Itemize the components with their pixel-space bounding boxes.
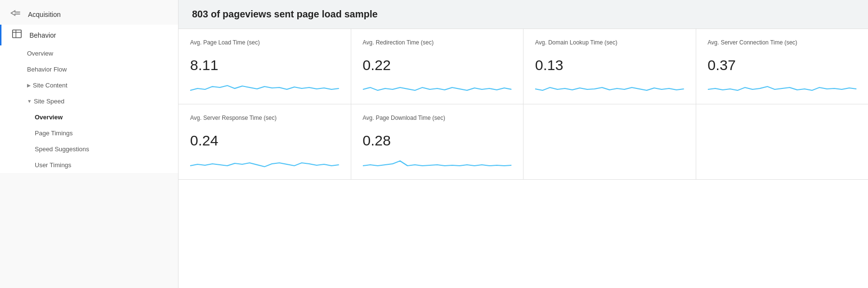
metric-label-avg-page-load: Avg. Page Load Time (sec) xyxy=(190,39,339,54)
metric-label-avg-server-response: Avg. Server Response Time (sec) xyxy=(190,114,339,130)
sidebar-item-behavior-flow[interactable]: Behavior Flow xyxy=(27,61,178,77)
svg-rect-0 xyxy=(13,30,21,38)
metric-label-avg-domain-lookup: Avg. Domain Lookup Time (sec) xyxy=(535,39,684,54)
metric-empty-2 xyxy=(696,104,868,179)
metric-value-avg-server-connection: 0.37 xyxy=(708,57,857,73)
metrics-container: Avg. Page Load Time (sec) 8.11 Avg. Redi… xyxy=(179,29,868,288)
metric-value-avg-domain-lookup: 0.13 xyxy=(535,57,684,73)
site-speed-label: Site Speed xyxy=(34,98,65,105)
metric-value-avg-page-download: 0.28 xyxy=(363,132,512,148)
sidebar-item-ss-overview[interactable]: Overview xyxy=(35,109,178,125)
sidebar-item-label-acquisition: Acquisition xyxy=(28,11,61,18)
sidebar-item-speed-suggestions[interactable]: Speed Suggestions xyxy=(35,141,178,157)
metric-avg-server-response: Avg. Server Response Time (sec) 0.24 xyxy=(179,104,351,179)
metric-value-avg-server-response: 0.24 xyxy=(190,132,339,148)
sidebar-item-site-speed[interactable]: ▼ Site Speed xyxy=(27,93,178,109)
sidebar-section-behavior: Behavior Overview Behavior Flow ▶ Site C… xyxy=(0,25,178,173)
sparkline-avg-redirection xyxy=(363,77,512,96)
main-content: 803 of pageviews sent page load sample A… xyxy=(179,0,868,288)
behavior-icon xyxy=(11,29,23,41)
metric-label-avg-page-download: Avg. Page Download Time (sec) xyxy=(363,114,512,130)
site-speed-subnav: Overview Page Timings Speed Suggestions … xyxy=(27,109,178,173)
metric-label-avg-redirection: Avg. Redirection Time (sec) xyxy=(363,39,512,54)
metrics-row-2: Avg. Server Response Time (sec) 0.24 Avg… xyxy=(179,104,868,180)
metric-avg-redirection: Avg. Redirection Time (sec) 0.22 xyxy=(351,29,524,104)
behavior-subnav: Overview Behavior Flow ▶ Site Content ▼ … xyxy=(0,45,178,173)
sidebar-item-site-content[interactable]: ▶ Site Content xyxy=(27,77,178,93)
site-content-label: Site Content xyxy=(33,82,68,89)
sidebar-item-user-timings[interactable]: User Timings xyxy=(35,157,178,173)
metric-avg-page-download: Avg. Page Download Time (sec) 0.28 xyxy=(351,104,524,179)
sidebar: Acquisition Behavior Overview Behavior F… xyxy=(0,0,179,288)
sidebar-item-behavior-overview[interactable]: Overview xyxy=(27,45,178,61)
sidebar-item-behavior[interactable]: Behavior xyxy=(0,25,178,45)
metrics-row-1: Avg. Page Load Time (sec) 8.11 Avg. Redi… xyxy=(179,29,868,104)
sparkline-avg-page-download xyxy=(363,152,512,172)
sidebar-item-label-behavior: Behavior xyxy=(29,31,56,39)
sparkline-avg-page-load xyxy=(190,77,339,96)
sidebar-item-page-timings[interactable]: Page Timings xyxy=(35,125,178,141)
chevron-down-icon: ▼ xyxy=(27,99,32,104)
metric-empty-1 xyxy=(524,104,696,179)
metric-value-avg-page-load: 8.11 xyxy=(190,57,339,73)
sparkline-avg-server-response xyxy=(190,152,339,172)
metric-value-avg-redirection: 0.22 xyxy=(363,57,512,73)
page-header: 803 of pageviews sent page load sample xyxy=(179,0,868,29)
metric-avg-server-connection: Avg. Server Connection Time (sec) 0.37 xyxy=(696,29,868,104)
sparkline-avg-server-connection xyxy=(708,77,857,96)
metric-avg-page-load: Avg. Page Load Time (sec) 8.11 xyxy=(179,29,351,104)
acquisition-icon xyxy=(10,9,21,20)
metric-label-avg-server-connection: Avg. Server Connection Time (sec) xyxy=(708,39,857,54)
chevron-right-icon: ▶ xyxy=(27,83,31,88)
metric-avg-domain-lookup: Avg. Domain Lookup Time (sec) 0.13 xyxy=(524,29,696,104)
page-title: 803 of pageviews sent page load sample xyxy=(192,9,378,19)
sidebar-item-acquisition[interactable]: Acquisition xyxy=(0,4,178,25)
sparkline-avg-domain-lookup xyxy=(535,77,684,96)
